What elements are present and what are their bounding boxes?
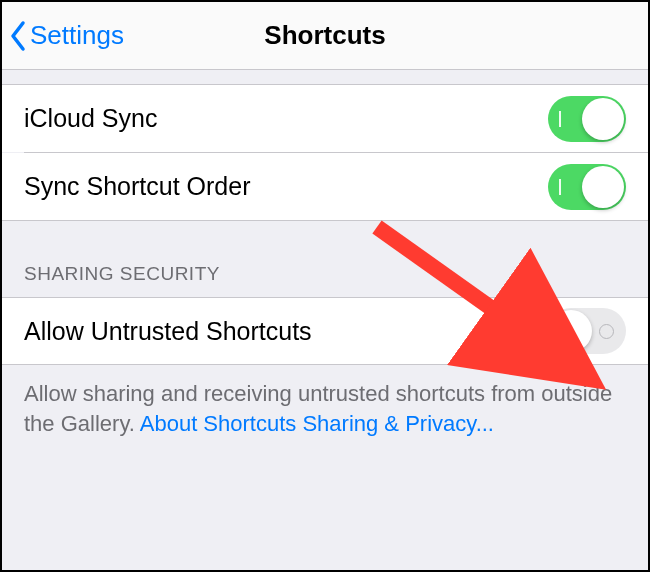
back-button[interactable]: Settings <box>2 19 124 53</box>
row-icloud-sync[interactable]: iCloud Sync <box>2 84 648 152</box>
back-label: Settings <box>30 20 124 51</box>
chevron-left-icon <box>8 19 30 53</box>
footer-link[interactable]: About Shortcuts Sharing & Privacy... <box>140 411 494 436</box>
row-label: Sync Shortcut Order <box>24 172 250 201</box>
row-sync-order[interactable]: Sync Shortcut Order <box>2 153 648 221</box>
section-footer: Allow sharing and receiving untrusted sh… <box>2 365 648 452</box>
spacer <box>2 70 648 84</box>
section-header: SHARING SECURITY <box>2 221 648 297</box>
row-label: iCloud Sync <box>24 104 157 133</box>
row-label: Allow Untrusted Shortcuts <box>24 317 312 346</box>
row-allow-untrusted[interactable]: Allow Untrusted Shortcuts <box>2 297 648 365</box>
nav-bar: Settings Shortcuts <box>2 2 648 70</box>
toggle-icloud-sync[interactable] <box>548 96 626 142</box>
toggle-allow-untrusted[interactable] <box>548 308 626 354</box>
toggle-sync-order[interactable] <box>548 164 626 210</box>
